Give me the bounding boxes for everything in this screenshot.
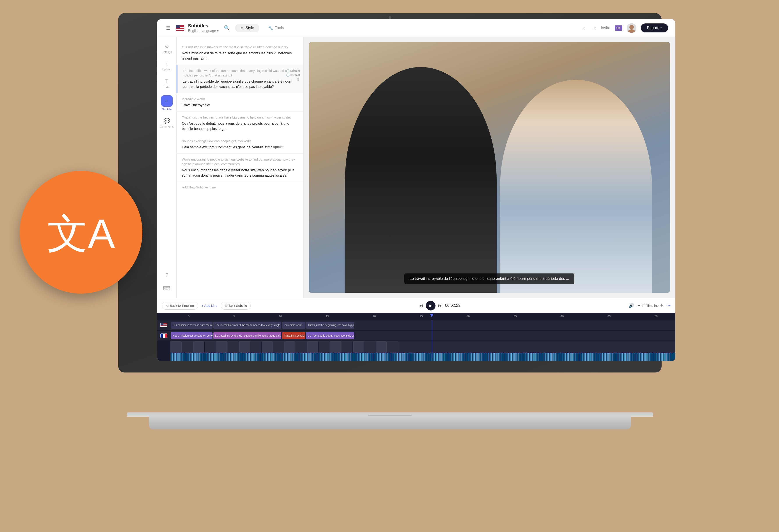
nav-forward-button[interactable]: →: [592, 25, 596, 31]
settings-icon: ⚙: [165, 43, 169, 50]
subtitle-translated-0: Notre mission est de faire en sorte que …: [182, 51, 298, 61]
film-frame: [170, 341, 182, 353]
sidebar-item-settings[interactable]: ⚙ Settings: [157, 41, 176, 56]
style-icon: ✦: [240, 25, 244, 31]
svg-point-2: [628, 29, 635, 33]
film-frame: [261, 341, 273, 353]
laptop-wrapper: ☰ Subtitles English Language ▾ 🔍: [92, 13, 688, 429]
film-frame: [227, 341, 239, 353]
sidebar-item-keyboard[interactable]: ⌨: [157, 283, 176, 294]
ruler-mark-40: 40: [560, 315, 564, 318]
sidebar-item-upload[interactable]: ↑ Upload: [157, 59, 176, 73]
film-frame: [318, 341, 330, 353]
style-tab[interactable]: ✦ Style: [235, 24, 259, 32]
film-frame: [375, 341, 387, 353]
text-icon: T: [165, 78, 169, 84]
comments-icon: 💬: [164, 118, 170, 124]
video-person-left: [345, 67, 497, 293]
film-frame: [353, 341, 364, 353]
clock-icon-out: 🕐: [286, 73, 290, 77]
segment-en-3: That's just the beginning, we have big p…: [306, 322, 354, 329]
rewind-button[interactable]: ⏮: [419, 303, 423, 308]
subtitle-original-1: The incredible work of the team means th…: [183, 68, 298, 77]
subtitle-entry-3[interactable]: That's just the beginning, we have big p…: [177, 112, 303, 135]
app-language: English Language ▾: [188, 29, 219, 33]
track-flag-fr: [157, 334, 170, 338]
fit-timeline-button[interactable]: Fit Timeline: [642, 304, 659, 307]
laptop-frame: ☰ Subtitles English Language ▾ 🔍: [118, 13, 662, 372]
translate-circle-icon: 文A: [20, 171, 142, 294]
nav-back-button[interactable]: ←: [582, 25, 587, 31]
sidebar-item-text[interactable]: T Text: [157, 76, 176, 91]
film-frame: [250, 341, 261, 353]
top-bar: ☰ Subtitles English Language ▾ 🔍: [157, 19, 675, 37]
user-avatar: [627, 23, 637, 33]
add-subtitles-line[interactable]: Add New Subtitles Line: [177, 182, 303, 193]
subtitle-original-2: Incredible work!: [182, 97, 298, 101]
help-icon: ?: [165, 272, 168, 278]
subtitle-translated-1: Le travail incroyable de l'équipe signif…: [183, 79, 298, 90]
sidebar-item-help[interactable]: ?: [157, 270, 176, 281]
ruler-mark-25: 25: [420, 315, 423, 318]
subtitle-original-0: Our mission is to make sure the most vul…: [182, 45, 298, 49]
translate-svg: 文A: [46, 197, 116, 267]
search-button[interactable]: 🔍: [222, 23, 232, 33]
film-frame: [364, 341, 375, 353]
segment-en-1: The incredible work of the team means th…: [214, 322, 281, 329]
subtitle-entry-4[interactable]: Sounds exciting! How can people get invo…: [177, 135, 303, 154]
main-content: ⚙ Settings ↑ Upload T Text: [157, 37, 675, 298]
subtitle-original-4: Sounds exciting! How can people get invo…: [182, 139, 298, 143]
delete-entry-button[interactable]: 🗑: [296, 77, 300, 81]
split-subtitle-button[interactable]: ⊟ Split Subtitle: [221, 302, 251, 310]
split-icon: ⊟: [225, 304, 227, 308]
laptop-base: [149, 416, 631, 429]
subtitle-translated-2: Travail incroyable!: [182, 103, 298, 108]
sidebar-item-comments[interactable]: 💬 Comments: [157, 116, 176, 130]
ruler-mark-10: 10: [279, 315, 282, 318]
scene: 文A ☰ Subtitles: [0, 0, 779, 532]
segment-en-2: Incredible work!: [282, 322, 305, 329]
back-to-timeline-button[interactable]: ◁ Back to Timeline: [162, 302, 198, 310]
sidebar: ⚙ Settings ↑ Upload T Text: [157, 37, 177, 298]
plus-icon: +: [201, 304, 203, 307]
ruler-mark-45: 45: [607, 315, 610, 318]
hamburger-button[interactable]: ☰: [164, 23, 172, 33]
video-container: Le travail incroyable de l'équipe signif…: [309, 42, 670, 293]
ruler-marks: 0 5 10 15 20 25 30 35 40 45 50: [175, 315, 671, 318]
subtitle-entry-5[interactable]: We're encouraging people to visit our we…: [177, 154, 303, 182]
film-frame: [193, 341, 204, 353]
film-frame: [216, 341, 227, 353]
sidebar-item-subtitle[interactable]: ≡ Subtitle: [157, 93, 176, 113]
subtitle-icon: ≡: [165, 98, 168, 104]
controls-bar: ◁ Back to Timeline + Add Line ⊟ Split Su…: [157, 298, 675, 313]
film-frame: [307, 341, 318, 353]
film-frame: [387, 341, 398, 353]
tools-tab[interactable]: 🔧 Tools: [263, 24, 289, 32]
waveform-visual: [170, 353, 675, 361]
add-line-button[interactable]: + Add Line: [201, 304, 217, 307]
export-button[interactable]: Export ↑: [641, 23, 668, 33]
play-button[interactable]: ▶: [426, 301, 435, 310]
time-display: 00:02:23: [445, 303, 461, 308]
flag-fr-track: [160, 334, 167, 338]
zoom-out-button[interactable]: −: [638, 303, 640, 308]
zoom-in-button[interactable]: +: [660, 303, 663, 308]
subtitle-entry-0[interactable]: Our mission is to make sure the most vul…: [177, 41, 303, 65]
playback-controls: ⏮ ▶ ⏭ 00:02:23: [419, 301, 461, 310]
volume-button[interactable]: 🔊: [628, 303, 634, 308]
top-bar-title: Subtitles English Language ▾: [188, 23, 219, 33]
timeline-ruler: 0 5 10 15 20 25 30 35 40 45 50: [157, 313, 675, 319]
export-icon: ↑: [660, 25, 662, 30]
app-container: ☰ Subtitles English Language ▾ 🔍: [157, 19, 675, 361]
forward-button[interactable]: ⏭: [438, 303, 442, 308]
keyboard-icon: ⌨: [163, 285, 171, 291]
ruler-mark-20: 20: [373, 315, 376, 318]
film-frame: [182, 341, 193, 353]
laptop-screen: ☰ Subtitles English Language ▾ 🔍: [157, 19, 675, 361]
subtitle-entry-1[interactable]: The incredible work of the team means th…: [177, 65, 303, 93]
playhead-line: [432, 320, 432, 358]
invite-button[interactable]: Invite: [601, 25, 610, 30]
ruler-mark-0: 0: [188, 315, 189, 318]
subtitle-overlay: Le travail incroyable de l'équipe signif…: [404, 274, 575, 284]
subtitle-entry-2[interactable]: Incredible work! Travail incroyable!: [177, 93, 303, 112]
